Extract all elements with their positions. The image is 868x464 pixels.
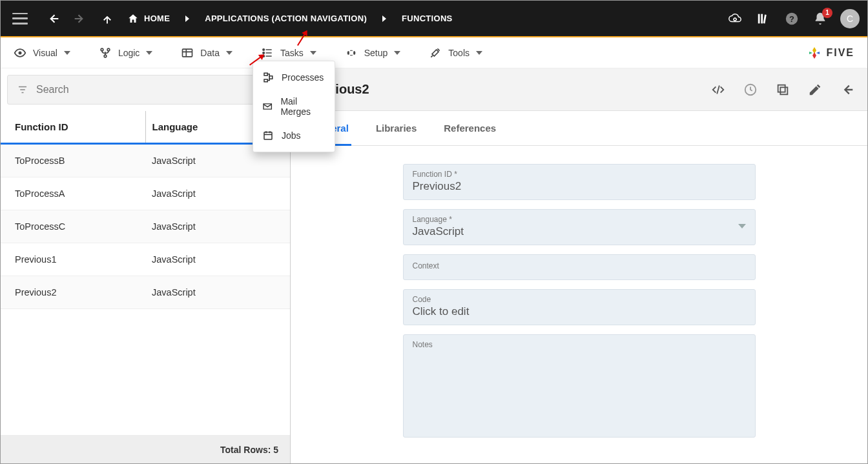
field-context[interactable]: Context <box>403 254 756 280</box>
right-panel: Previous2 General Libraries References F… <box>291 68 867 464</box>
breadcrumb-label: APPLICATIONS (ACTION NAVIGATION) <box>205 14 367 23</box>
search-box[interactable] <box>7 75 284 105</box>
table-row[interactable]: Previous2JavaScript <box>1 276 290 309</box>
edit-icon[interactable] <box>808 83 822 97</box>
breadcrumb-home-label: HOME <box>144 14 170 23</box>
dropdown-item-mailmerges[interactable]: Mail Merges <box>253 90 335 123</box>
svg-rect-1 <box>758 14 760 23</box>
field-value: Previous2 <box>413 180 746 193</box>
table-row[interactable]: ToProcessCJavaScript <box>1 210 290 243</box>
notification-badge: 1 <box>822 8 832 18</box>
left-panel: Function ID Language ToProcessBJavaScrip… <box>1 68 291 464</box>
field-label: Context <box>413 261 746 270</box>
hamburger-menu-icon[interactable] <box>12 13 28 25</box>
dropdown-item-jobs[interactable]: Jobs <box>253 123 335 148</box>
menu-label: Tasks <box>280 48 304 58</box>
tab-libraries[interactable]: Libraries <box>373 111 419 145</box>
dropdown-item-processes[interactable]: Processes <box>253 65 335 90</box>
dropdown-label: Processes <box>282 72 324 83</box>
field-code[interactable]: Code Click to edit <box>403 289 756 325</box>
tasks-dropdown: Processes Mail Merges Jobs <box>253 61 335 152</box>
column-header-id[interactable]: Function ID <box>8 111 145 143</box>
menu-label: Logic <box>118 48 140 58</box>
table-body: ToProcessBJavaScript ToProcessAJavaScrip… <box>1 145 290 435</box>
copy-icon[interactable] <box>776 83 790 97</box>
field-label: Notes <box>413 340 746 349</box>
svg-point-6 <box>19 51 22 54</box>
menu-setup[interactable]: Setup <box>345 46 401 59</box>
code-icon[interactable] <box>711 83 725 97</box>
field-function-id[interactable]: Function ID * Previous2 <box>403 164 756 200</box>
nav-back-button[interactable] <box>42 8 64 30</box>
menu-tasks[interactable]: Tasks <box>261 46 316 59</box>
field-value: Click to edit <box>413 305 746 318</box>
table-row[interactable]: ToProcessBJavaScript <box>1 145 290 177</box>
dropdown-label: Mail Merges <box>280 96 326 117</box>
help-icon[interactable]: ? <box>783 10 800 27</box>
field-value: JavaScript <box>413 225 746 238</box>
chevron-down-icon <box>738 224 746 228</box>
breadcrumb-home[interactable]: HOME <box>123 13 174 25</box>
cell-id: ToProcessA <box>8 177 145 210</box>
notifications-icon[interactable]: 1 <box>812 10 829 27</box>
menu-label: Visual <box>33 48 57 58</box>
tab-references[interactable]: References <box>441 111 499 145</box>
cell-lang: JavaScript <box>145 210 282 243</box>
menu-visual[interactable]: Visual <box>14 46 70 59</box>
caret-down-icon <box>146 51 152 55</box>
svg-rect-21 <box>778 85 785 92</box>
menubar: Visual Logic Data Tasks Setup Tools FIVE… <box>1 37 867 68</box>
cell-id: ToProcessC <box>8 210 145 243</box>
field-language[interactable]: Language * JavaScript <box>403 209 756 245</box>
caret-down-icon <box>226 51 232 55</box>
cell-lang: JavaScript <box>145 243 282 276</box>
history-icon[interactable] <box>743 83 758 97</box>
svg-rect-3 <box>763 14 767 23</box>
search-input[interactable] <box>36 84 253 96</box>
svg-rect-15 <box>264 79 267 82</box>
table-footer: Total Rows: 5 <box>1 435 290 464</box>
svg-rect-10 <box>183 49 192 57</box>
cell-lang: JavaScript <box>145 276 282 308</box>
table-row[interactable]: Previous1JavaScript <box>1 243 290 276</box>
library-icon[interactable] <box>755 10 772 27</box>
chevron-right-icon <box>382 15 386 22</box>
svg-point-8 <box>107 48 110 51</box>
cell-id: Previous2 <box>8 276 145 308</box>
table-row[interactable]: ToProcessAJavaScript <box>1 177 290 210</box>
caret-down-icon <box>394 51 400 55</box>
nav-up-button[interactable] <box>96 8 118 30</box>
dropdown-label: Jobs <box>282 130 301 141</box>
svg-rect-14 <box>264 73 267 76</box>
breadcrumb-functions[interactable]: FUNCTIONS <box>398 14 457 23</box>
cell-lang: JavaScript <box>145 177 282 210</box>
menu-label: Tools <box>448 48 470 58</box>
field-notes[interactable]: Notes <box>403 334 756 438</box>
brand-label: FIVE <box>826 47 854 59</box>
cloud-icon[interactable] <box>727 10 743 27</box>
svg-text:?: ? <box>789 14 794 23</box>
svg-point-9 <box>104 55 107 57</box>
breadcrumb-applications[interactable]: APPLICATIONS (ACTION NAVIGATION) <box>201 14 371 23</box>
field-label: Code <box>413 295 746 304</box>
caret-down-icon <box>64 51 70 55</box>
user-avatar[interactable]: C <box>840 9 860 28</box>
svg-point-7 <box>101 48 103 51</box>
caret-down-icon <box>476 51 482 55</box>
svg-rect-20 <box>780 87 787 94</box>
cell-id: ToProcessB <box>8 145 145 177</box>
brand-logo: FIVE <box>807 45 854 61</box>
breadcrumb-label: FUNCTIONS <box>402 14 453 23</box>
caret-down-icon <box>310 51 316 55</box>
menu-label: Data <box>200 48 220 58</box>
menu-tools[interactable]: Tools <box>429 46 482 59</box>
chevron-right-icon <box>185 15 189 22</box>
menu-label: Setup <box>364 48 388 58</box>
field-label: Language * <box>413 215 746 224</box>
field-label: Function ID * <box>413 170 746 179</box>
menu-logic[interactable]: Logic <box>99 46 152 59</box>
detail-header: Previous2 <box>291 68 867 111</box>
topbar: HOME APPLICATIONS (ACTION NAVIGATION) FU… <box>1 1 867 36</box>
menu-data[interactable]: Data <box>181 46 232 59</box>
back-icon[interactable] <box>840 83 854 97</box>
